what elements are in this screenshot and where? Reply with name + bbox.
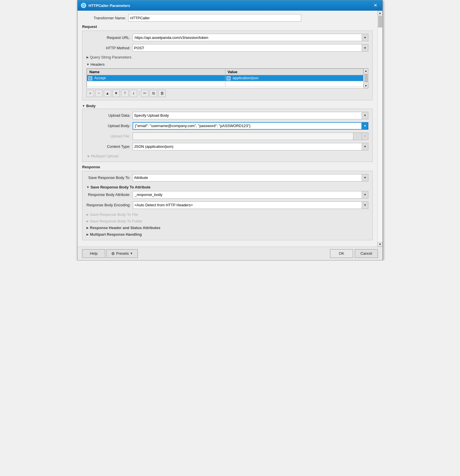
- response-body-enc-input-group: <Auto Detect from HTTP Headers> UTF-8 UT…: [133, 201, 368, 209]
- headers-header[interactable]: ▼ Headers: [86, 62, 368, 67]
- table-row-empty[interactable]: [87, 81, 363, 87]
- response-body-attr-input-group: ▼: [133, 191, 368, 199]
- multipart-upload-header[interactable]: ▶ Multipart Upload: [86, 153, 368, 159]
- body-expand-arrow: ▼: [82, 104, 85, 107]
- body-section-panel: Upload Data: Specify Upload Body Upload …: [82, 109, 373, 162]
- save-response-input-group: Attribute File Folder ▼: [133, 174, 368, 182]
- content-type-input-group: JSON (application/json) application/x-ww…: [133, 143, 368, 150]
- multipart-expand-arrow: ▶: [88, 154, 90, 158]
- cut-btn[interactable]: ✂: [141, 90, 148, 97]
- http-method-dropdown-btn[interactable]: ▼: [362, 44, 368, 52]
- response-header-attrs-header[interactable]: ▶ Response Header and Status Attributes: [86, 225, 368, 231]
- cancel-button[interactable]: Cancel: [355, 249, 378, 258]
- request-url-dropdown-btn[interactable]: ▼: [362, 34, 368, 41]
- response-section: Response Save Response Body To: Attribut…: [82, 165, 373, 240]
- presets-label: Presets: [116, 251, 129, 256]
- headers-table-wrapper: Name Value Accept: [86, 68, 368, 88]
- query-expand-arrow: ▶: [86, 56, 89, 59]
- move-top-btn[interactable]: ⤒: [121, 90, 129, 97]
- add-row-btn[interactable]: +: [86, 90, 94, 97]
- response-body-enc-select[interactable]: <Auto Detect from HTTP Headers> UTF-8 UT…: [133, 201, 362, 209]
- upload-body-input[interactable]: [133, 122, 362, 130]
- presets-arrow: ▼: [130, 252, 133, 255]
- http-method-select[interactable]: POST GET PUT DELETE: [133, 44, 362, 52]
- transformer-name-input[interactable]: [128, 14, 301, 22]
- response-body-enc-row: Response Body Encoding: <Auto Detect fro…: [86, 201, 368, 209]
- upload-data-input-group: Specify Upload Body Upload File None ▼: [133, 112, 368, 119]
- help-button[interactable]: Help: [82, 249, 105, 258]
- main-scroll-down[interactable]: ▼: [378, 242, 382, 247]
- headers-content: Name Value Accept: [86, 68, 368, 97]
- save-response-dropdown-btn[interactable]: ▼: [362, 174, 368, 182]
- scroll-thumb: [364, 74, 368, 82]
- content-type-dropdown-btn[interactable]: ▼: [362, 143, 368, 150]
- headers-label: Headers: [91, 62, 105, 67]
- toolbar-separator: [139, 90, 139, 96]
- upload-body-row: Upload Body: ▼: [86, 122, 368, 130]
- response-body-enc-dropdown-btn[interactable]: ▼: [362, 201, 368, 209]
- query-string-label: Query String Parameters: [90, 55, 131, 59]
- upload-data-row: Upload Data: Specify Upload Body Upload …: [86, 112, 368, 119]
- title-bar-left: HTTPCaller Parameters: [81, 3, 130, 8]
- multipart-response-label: Multipart Response Handling: [90, 232, 142, 237]
- multipart-response-header[interactable]: ▶ Multipart Response Handling: [86, 232, 368, 237]
- main-scroll-up[interactable]: ▲: [378, 11, 382, 15]
- response-section-panel: Save Response Body To: Attribute File Fo…: [82, 171, 373, 240]
- scroll-up-btn[interactable]: ▲: [364, 69, 368, 73]
- upload-data-dropdown-btn[interactable]: ▼: [362, 112, 368, 119]
- table-row[interactable]: Accept application/json: [87, 75, 363, 81]
- multipart-response-arrow: ▶: [86, 233, 89, 236]
- response-section-label: Response: [82, 165, 100, 169]
- save-to-file-label: Save Response Body To File: [90, 212, 138, 217]
- body-section: ▼ Body Upload Data: Specify Upload Body …: [82, 103, 373, 162]
- save-to-file-header[interactable]: ▶ Save Response Body To File: [86, 212, 368, 217]
- upload-body-input-group: ▼: [133, 122, 368, 130]
- request-url-row: Request URL: ▼: [86, 34, 368, 41]
- response-header-arrow: ▶: [86, 226, 89, 229]
- delete-btn[interactable]: 🗑: [158, 90, 166, 97]
- save-attribute-header[interactable]: ▼ Save Response Body To Attribute: [86, 184, 368, 190]
- content-type-label: Content Type:: [86, 144, 133, 149]
- col-value: Value: [225, 69, 363, 75]
- request-url-input[interactable]: [133, 34, 362, 41]
- dialog-footer: Help ⚙ Presets ▼ OK Cancel: [78, 247, 382, 260]
- headers-expand-arrow: ▼: [86, 63, 89, 66]
- save-response-row: Save Response Body To: Attribute File Fo…: [86, 174, 368, 182]
- upload-data-label: Upload Data:: [86, 113, 133, 118]
- upload-body-dropdown-btn[interactable]: ▼: [362, 122, 368, 130]
- response-body-enc-label: Response Body Encoding:: [86, 203, 133, 207]
- save-to-file-arrow: ▶: [86, 213, 89, 216]
- upload-file-input[interactable]: [133, 133, 353, 140]
- httpcaller-dialog: HTTPCaller Parameters ✕ Transformer Name…: [77, 0, 383, 260]
- upload-data-select[interactable]: Specify Upload Body Upload File None: [133, 112, 362, 119]
- close-button[interactable]: ✕: [372, 3, 379, 8]
- scroll-down-btn[interactable]: ▼: [364, 84, 368, 88]
- content-type-select[interactable]: JSON (application/json) application/x-ww…: [133, 143, 362, 150]
- save-response-select[interactable]: Attribute File Folder: [133, 174, 362, 182]
- upload-file-label: Upload File:: [86, 134, 133, 138]
- content-type-row: Content Type: JSON (application/json) ap…: [86, 143, 368, 150]
- save-to-folder-header[interactable]: ▶ Save Response Body To Folder: [86, 218, 368, 224]
- browse-btn[interactable]: ...: [353, 133, 362, 140]
- request-section-label: Request: [82, 24, 97, 29]
- save-attribute-label: Save Response Body To Attribute: [91, 185, 150, 189]
- dialog-body: Transformer Name: Request Request URL: ▼: [78, 11, 377, 247]
- presets-button[interactable]: ⚙ Presets ▼: [106, 249, 138, 258]
- remove-row-btn[interactable]: −: [95, 90, 103, 97]
- query-string-header[interactable]: ▶ Query String Parameters: [86, 54, 368, 60]
- headers-column-row: Name Value: [87, 69, 363, 75]
- body-section-header[interactable]: ▼ Body: [82, 103, 373, 109]
- ok-button[interactable]: OK: [330, 249, 353, 258]
- upload-file-row: Upload File: ... ▼: [86, 133, 368, 140]
- response-body-attr-input[interactable]: [133, 191, 362, 199]
- response-body-attr-dropdown-btn[interactable]: ▼: [362, 191, 368, 199]
- main-scrollbar: ▲ ▼: [377, 11, 382, 247]
- copy-btn[interactable]: ⧉: [150, 90, 157, 97]
- move-down-btn[interactable]: ▼: [112, 90, 120, 97]
- response-header-label: Response Header and Status Attributes: [90, 226, 160, 230]
- move-bottom-btn[interactable]: ⤓: [130, 90, 137, 97]
- upload-file-dropdown-btn[interactable]: ▼: [362, 133, 368, 140]
- move-up-btn[interactable]: ▲: [104, 90, 111, 97]
- empty-name-cell: [87, 81, 225, 87]
- svg-point-1: [83, 5, 84, 6]
